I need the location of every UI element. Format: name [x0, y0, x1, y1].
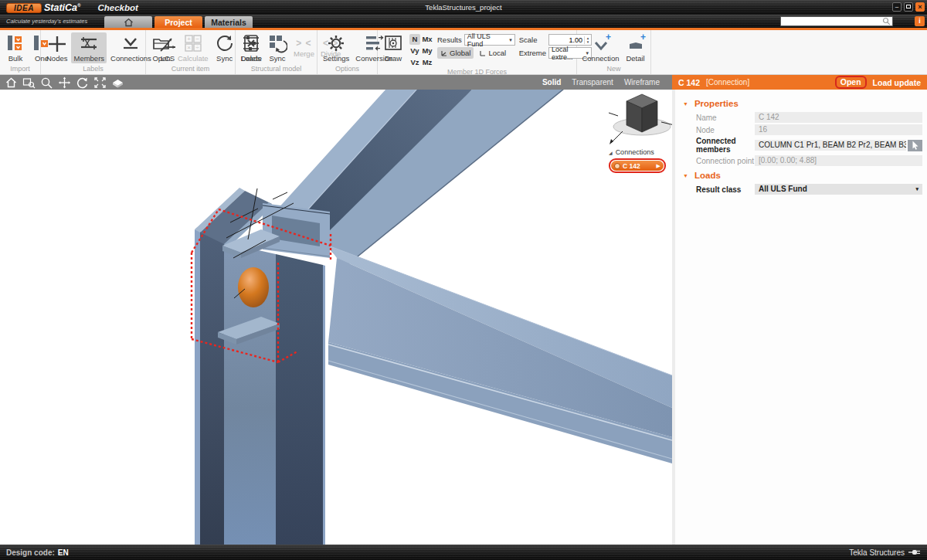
- scale-label: Scale: [519, 36, 538, 44]
- nodes-toggle[interactable]: Nodes: [44, 32, 70, 63]
- bulk-button[interactable]: Bulk: [3, 32, 28, 63]
- force-component-toggles: N Mx Vy My Vz Mz: [409, 34, 433, 68]
- toggle-vz[interactable]: Vz: [409, 57, 420, 68]
- sync-icon: [215, 33, 235, 53]
- sync-model-icon: [267, 33, 287, 53]
- plug-icon: [908, 548, 921, 556]
- zoom-icon[interactable]: [40, 76, 53, 89]
- structure-3d-scene: [0, 90, 672, 545]
- search-box[interactable]: [780, 16, 893, 26]
- title-bar: IDEA StatiCa® Checkbot TeklaStructures_p…: [0, 0, 927, 15]
- settings-button[interactable]: Settings: [321, 32, 351, 63]
- draw-forces-button[interactable]: Draw: [381, 32, 406, 68]
- toggle-my[interactable]: My: [421, 46, 433, 56]
- svg-text:×: ×: [187, 44, 191, 51]
- cursor-arrow-icon: [912, 141, 919, 150]
- members-toggle[interactable]: Members: [71, 32, 107, 63]
- toggle-mx[interactable]: Mx: [421, 34, 433, 45]
- clipping-box-icon[interactable]: [111, 76, 124, 89]
- dropdown-caret-icon: ▾: [507, 37, 512, 43]
- tab-home[interactable]: [104, 16, 152, 28]
- panel-title: C 142: [678, 78, 700, 87]
- group-label-import: Import: [0, 65, 40, 74]
- name-value: C 142: [755, 112, 922, 123]
- results-dropdown[interactable]: All ULS Fund ▾: [464, 34, 515, 46]
- section-properties[interactable]: ▼ Properties: [683, 99, 927, 108]
- minimize-button[interactable]: –: [892, 2, 902, 12]
- extreme-label: Extreme: [519, 49, 546, 57]
- svg-text:+: +: [606, 33, 611, 42]
- svg-text:+: +: [640, 33, 646, 42]
- navigation-cube[interactable]: [609, 94, 672, 144]
- zoom-window-icon[interactable]: [22, 76, 36, 89]
- local-toggle[interactable]: Local: [476, 47, 509, 59]
- search-input[interactable]: [781, 17, 882, 25]
- status-bar: Design code: EN Tekla Structures: [0, 545, 927, 560]
- connection-point-value: [0.00; 0.00; 4.88]: [755, 155, 922, 166]
- calculate-icon: +−×÷: [183, 33, 203, 53]
- connections-icon: [121, 33, 141, 53]
- pick-members-button[interactable]: [908, 140, 922, 151]
- load-update-button[interactable]: Load update: [873, 78, 921, 87]
- model-viewport[interactable]: ◢ Connections C 142 ▶: [0, 90, 672, 545]
- home-icon: [124, 18, 134, 27]
- svg-text:÷: ÷: [195, 44, 199, 51]
- ribbon-group-structural-model: Loads Sync > < Merge < > Divide Structur…: [236, 30, 317, 74]
- brand-tagline: Calculate yesterday's estimates: [6, 18, 87, 25]
- row-connected-members: Connected members COLUMN C1 Pr1, BEAM B2…: [696, 137, 927, 154]
- section-loads[interactable]: ▼ Loads: [683, 171, 927, 180]
- node-value: 16: [755, 124, 922, 135]
- toggle-n[interactable]: N: [409, 34, 420, 45]
- design-code-label: Design code:: [6, 548, 55, 557]
- tree-item-arrow-icon: ▶: [657, 163, 660, 169]
- result-class-dropdown[interactable]: All ULS Fund ▾: [755, 184, 922, 195]
- connection-node-sphere[interactable]: [238, 267, 269, 307]
- new-detail-button[interactable]: + Detail: [623, 32, 648, 63]
- sync-model-button[interactable]: Sync: [265, 32, 290, 63]
- ribbon-group-labels: Nodes Members Connections LCS Labels: [41, 30, 146, 74]
- fit-view-icon[interactable]: [93, 76, 107, 89]
- close-button[interactable]: ×: [915, 2, 925, 12]
- connections-tree: ◢ Connections C 142 ▶: [609, 148, 672, 173]
- panel-subtitle: [Connection]: [706, 78, 749, 87]
- tab-materials[interactable]: Materials: [205, 16, 253, 28]
- connected-members-value: COLUMN C1 Pr1, BEAM B2 Pr2, BEAM B3 Pr3: [755, 140, 906, 151]
- beam-end-plate: [263, 203, 330, 258]
- toggle-mz[interactable]: Mz: [421, 57, 433, 68]
- tab-project[interactable]: Project: [154, 16, 202, 28]
- new-connection-button[interactable]: + Connection: [579, 32, 621, 63]
- info-button[interactable]: i: [915, 16, 925, 26]
- svg-text:+: +: [187, 36, 191, 42]
- group-label-new: New: [577, 65, 650, 74]
- dropdown-caret-icon: ▾: [915, 185, 919, 194]
- view-mode-transparent[interactable]: Transparent: [572, 78, 613, 87]
- beam-b2[interactable]: [328, 246, 672, 463]
- global-toggle[interactable]: Global: [437, 47, 474, 59]
- tree-expander-icon[interactable]: ◢: [609, 150, 613, 155]
- home-view-icon[interactable]: [5, 76, 18, 89]
- panel-header: C 142 [Connection] Open Load update: [672, 75, 927, 90]
- window-title: TeklaStructures_project: [0, 3, 927, 12]
- row-node: Node 16: [696, 124, 927, 135]
- viewport-toolbar: Solid Transparent Wireframe: [0, 75, 672, 90]
- gear-icon: [326, 33, 346, 53]
- open-connection-button[interactable]: Open: [835, 76, 867, 89]
- view-mode-solid[interactable]: Solid: [542, 78, 561, 87]
- pan-icon[interactable]: [58, 76, 71, 89]
- open-item-button[interactable]: Open: [149, 32, 174, 63]
- rotate-icon[interactable]: [76, 76, 89, 89]
- row-result-class: Result class All ULS Fund ▾: [696, 184, 927, 195]
- nodes-icon: [47, 33, 67, 53]
- sync-item-button[interactable]: Sync: [212, 32, 237, 63]
- maximize-button[interactable]: [904, 2, 913, 12]
- collapse-triangle-icon[interactable]: ▼: [683, 101, 688, 107]
- tree-item-c142[interactable]: C 142 ▶: [611, 161, 664, 171]
- loads-button[interactable]: Loads: [239, 32, 263, 63]
- ribbon-spacer: [651, 30, 927, 74]
- collapse-triangle-icon[interactable]: ▼: [683, 173, 688, 178]
- toggle-vy[interactable]: Vy: [409, 46, 420, 56]
- draw-forces-icon: [383, 33, 403, 53]
- view-mode-wireframe[interactable]: Wireframe: [624, 78, 660, 87]
- group-label-labels: Labels: [41, 65, 145, 74]
- ribbon-group-current-item: Open +−×÷ Calculate Sync Delete Current …: [146, 30, 236, 74]
